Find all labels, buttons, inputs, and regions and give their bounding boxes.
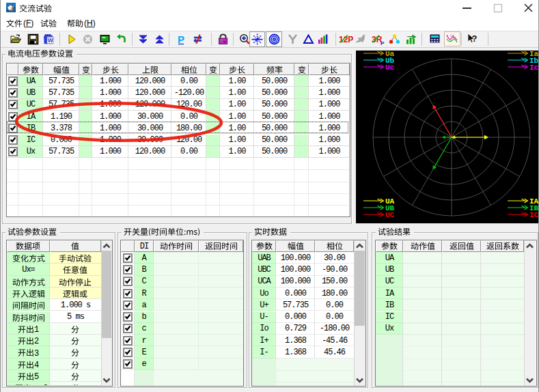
svg-text:Ic: Ic: [529, 64, 538, 72]
svg-text:UC: UC: [385, 211, 395, 219]
svg-text:P: P: [381, 40, 385, 46]
svg-text:Uc: Uc: [385, 64, 394, 72]
svg-text:IC: IC: [529, 211, 538, 219]
svg-text:P: P: [178, 33, 184, 45]
svg-text:?: ?: [472, 33, 478, 44]
